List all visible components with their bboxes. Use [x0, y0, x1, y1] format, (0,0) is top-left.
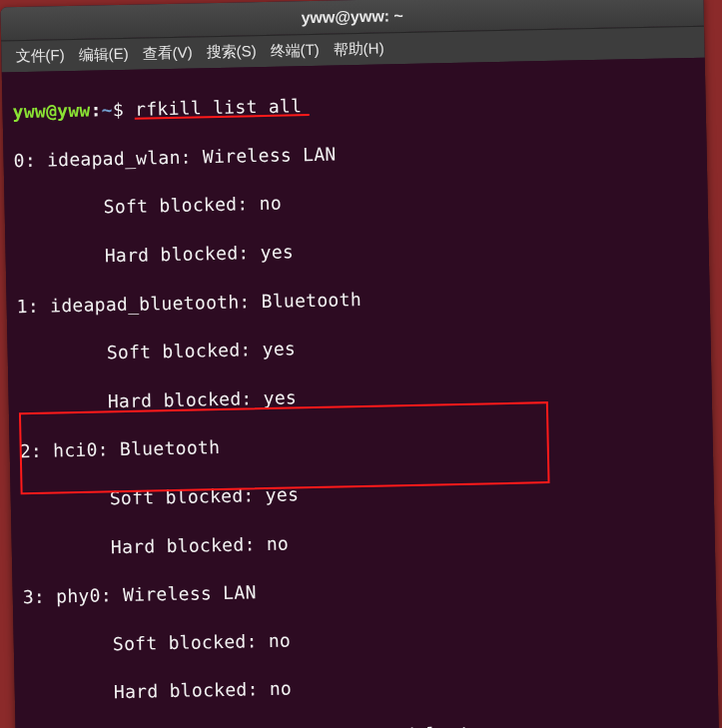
output-line: Soft blocked: no [14, 183, 701, 222]
prompt-path: ~ [102, 99, 114, 120]
menu-view[interactable]: 查看(V) [142, 43, 192, 63]
menu-help[interactable]: 帮助(H) [334, 39, 384, 59]
output-line: Hard blocked: no [22, 522, 709, 561]
output-line: Hard blocked: no [25, 668, 712, 707]
prompt-host: yww [57, 100, 91, 122]
output-line: Soft blocked: no [24, 620, 711, 659]
prompt-at: @ [46, 101, 58, 122]
menu-search[interactable]: 搜索(S) [206, 42, 256, 62]
command-2: sudo modprobe -r ideapad_laptop [148, 722, 493, 728]
menu-file[interactable]: 文件(F) [15, 46, 65, 66]
output-line: 1: ideapad_bluetooth: Bluetooth [16, 280, 703, 319]
output-line: 3: phy0: Wireless LAN [23, 571, 710, 610]
prompt-user: yww [12, 101, 46, 123]
output-line: Soft blocked: yes [17, 329, 704, 367]
terminal-body[interactable]: yww@yww:~$ rfkill list all 0: ideapad_wl… [2, 58, 722, 728]
menu-edit[interactable]: 编辑(E) [78, 45, 128, 65]
prompt-dollar: $ [113, 99, 125, 120]
window-title: yww@yww: ~ [301, 7, 403, 26]
output-line: 0: ideapad_wlan: Wireless LAN [13, 135, 700, 174]
output-line: Hard blocked: yes [15, 232, 702, 271]
menu-terminal[interactable]: 终端(T) [270, 41, 320, 61]
terminal-window: yww@yww: ~ 文件(F) 编辑(E) 查看(V) 搜索(S) 终端(T)… [0, 0, 722, 728]
prompt-colon: : [90, 100, 102, 121]
annotation-box [19, 401, 550, 494]
